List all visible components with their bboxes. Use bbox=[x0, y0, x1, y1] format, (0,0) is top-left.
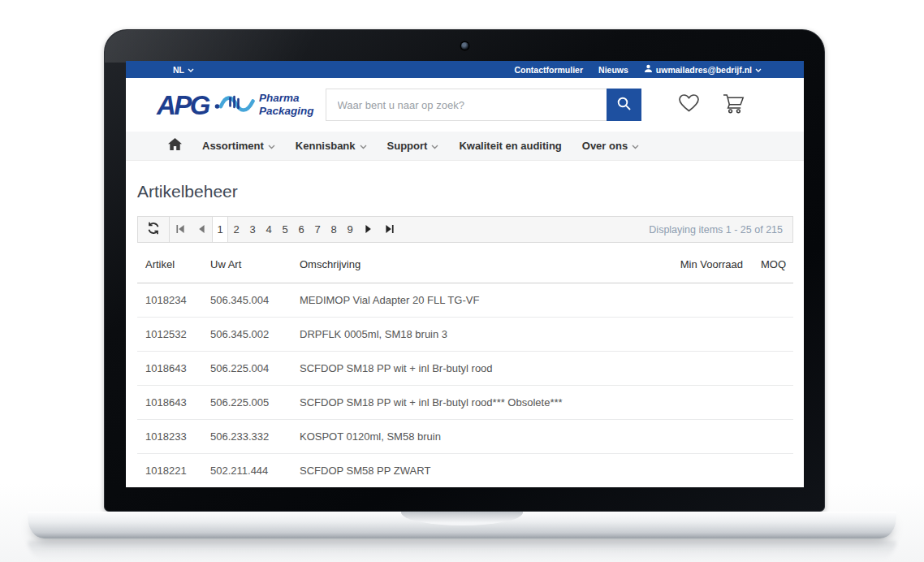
col-header-moq[interactable]: MOQ bbox=[743, 246, 793, 283]
nav-item[interactable]: Assortiment bbox=[202, 140, 275, 152]
cell-moq bbox=[743, 453, 793, 487]
cell-min-voorraad bbox=[646, 283, 743, 317]
pagination-page[interactable]: 2 bbox=[228, 217, 244, 242]
cart-button[interactable] bbox=[722, 93, 745, 118]
pagination-status: Displaying items 1 - 25 of 215 bbox=[649, 224, 792, 236]
brand-logo[interactable]: APG Pharma Packaging bbox=[157, 88, 314, 122]
site-header: APG Pharma Packaging bbox=[126, 78, 804, 132]
table-row[interactable]: 1018643 506.225.005 SCFDOP SM18 PP wit +… bbox=[137, 385, 793, 419]
logo-wordmark: APG bbox=[157, 92, 209, 119]
cell-artikel: 1018233 bbox=[137, 419, 210, 453]
page-title: Artikelbeheer bbox=[137, 182, 793, 201]
cell-uw-art: 502.211.444 bbox=[210, 453, 300, 487]
nav-item-label: Support bbox=[387, 140, 428, 152]
account-email: uwmailadres@bedrijf.nl bbox=[656, 65, 752, 75]
cell-omschrijving: MEDIMOP Vial Adapter 20 FLL TG-VF bbox=[300, 283, 646, 317]
refresh-button[interactable] bbox=[138, 217, 169, 242]
nav-item[interactable]: Over ons bbox=[582, 140, 639, 152]
prev-page-button[interactable] bbox=[191, 217, 212, 242]
utility-topbar: NL Contactformulier Nieuws uwmailadres@b… bbox=[126, 61, 804, 78]
cell-min-voorraad bbox=[646, 453, 743, 487]
pagination-page[interactable]: 3 bbox=[244, 217, 261, 242]
nav-home-button[interactable] bbox=[168, 138, 182, 153]
search-input[interactable] bbox=[326, 89, 607, 121]
cell-artikel: 1012532 bbox=[137, 317, 210, 351]
cell-min-voorraad bbox=[646, 419, 743, 453]
cell-uw-art: 506.225.004 bbox=[210, 351, 300, 385]
cell-uw-art: 506.345.004 bbox=[210, 283, 300, 317]
col-header-omschrijving[interactable]: Omschrijving bbox=[300, 246, 646, 283]
browser-viewport: NL Contactformulier Nieuws uwmailadres@b… bbox=[126, 61, 804, 487]
cell-omschrijving: SCFDOP SM18 PP wit + inl Br-butyl rood**… bbox=[300, 385, 646, 419]
nav-item[interactable]: Kwaliteit en auditing bbox=[459, 140, 561, 152]
chevron-down-icon bbox=[632, 145, 639, 149]
pagination-page[interactable]: 8 bbox=[326, 217, 342, 242]
last-page-icon bbox=[386, 223, 394, 236]
laptop-base-notch bbox=[401, 512, 523, 525]
cell-min-voorraad bbox=[646, 351, 743, 385]
cell-artikel: 1018234 bbox=[137, 283, 210, 317]
cell-omschrijving: DRPFLK 0005ml, SM18 bruin 3 bbox=[300, 317, 646, 351]
page-content: Artikelbeheer bbox=[126, 182, 804, 487]
account-menu[interactable]: uwmailadres@bedrijf.nl bbox=[644, 64, 762, 75]
search-button[interactable] bbox=[607, 89, 641, 121]
language-selector[interactable]: NL bbox=[173, 65, 194, 75]
cell-moq bbox=[743, 385, 793, 419]
news-link[interactable]: Nieuws bbox=[598, 65, 628, 75]
prev-page-icon bbox=[198, 223, 205, 236]
col-header-min-voorraad[interactable]: Min Voorraad bbox=[646, 246, 743, 283]
cell-min-voorraad bbox=[646, 317, 743, 351]
cart-icon bbox=[722, 93, 745, 118]
pagination-page[interactable]: 9 bbox=[342, 217, 358, 242]
nav-item[interactable]: Kennisbank bbox=[296, 140, 367, 152]
user-icon bbox=[644, 64, 653, 75]
logo-tagline-line1: Pharma bbox=[259, 92, 300, 104]
pagination-page[interactable]: 5 bbox=[277, 217, 293, 242]
cell-artikel: 1018643 bbox=[137, 385, 210, 419]
pagination-page[interactable]: 7 bbox=[309, 217, 326, 242]
wishlist-button[interactable] bbox=[678, 93, 700, 116]
laptop-reflection bbox=[28, 541, 896, 560]
last-page-button[interactable] bbox=[379, 217, 400, 242]
nav-item-label: Assortiment bbox=[202, 140, 264, 152]
pagination-toolbar: 123456789 Displaying items 1 - 25 of 215 bbox=[137, 216, 793, 243]
cell-uw-art: 506.225.005 bbox=[210, 385, 300, 419]
main-nav-items: Assortiment Kennisbank Support Kwaliteit… bbox=[202, 140, 639, 152]
cell-min-voorraad bbox=[646, 385, 743, 419]
chevron-down-icon bbox=[360, 145, 367, 149]
logo-tagline-line2: Packaging bbox=[259, 105, 314, 117]
chevron-down-icon bbox=[268, 145, 275, 149]
table-row[interactable]: 1012532 506.345.002 DRPFLK 0005ml, SM18 … bbox=[137, 317, 793, 351]
contact-form-link[interactable]: Contactformulier bbox=[514, 65, 583, 75]
first-page-button[interactable] bbox=[170, 217, 191, 242]
cell-moq bbox=[743, 419, 793, 453]
cell-artikel: 1018221 bbox=[137, 453, 210, 487]
table-row[interactable]: 1018643 506.225.004 SCFDOP SM18 PP wit +… bbox=[137, 351, 793, 385]
table-row[interactable]: 1018221 502.211.444 SCFDOP SM58 PP ZWART bbox=[137, 453, 793, 487]
col-header-artikel[interactable]: Artikel bbox=[137, 246, 210, 283]
search-icon bbox=[616, 96, 632, 114]
site-search bbox=[326, 89, 641, 121]
cell-omschrijving: SCFDOP SM18 PP wit + inl Br-butyl rood bbox=[300, 351, 646, 385]
chevron-down-icon bbox=[188, 68, 194, 72]
next-page-button[interactable] bbox=[358, 217, 379, 242]
pagination-page[interactable]: 4 bbox=[261, 217, 277, 242]
table-row[interactable]: 1018233 506.233.332 KOSPOT 0120ml, SM58 … bbox=[137, 419, 793, 453]
table-row[interactable]: 1018234 506.345.004 MEDIMOP Vial Adapter… bbox=[137, 283, 793, 317]
cell-artikel: 1018643 bbox=[137, 351, 210, 385]
chevron-down-icon bbox=[431, 145, 438, 149]
cell-moq bbox=[743, 283, 793, 317]
dna-logo-icon bbox=[214, 89, 256, 122]
first-page-icon bbox=[176, 223, 184, 236]
cell-uw-art: 506.345.002 bbox=[210, 317, 300, 351]
col-header-uw-art[interactable]: Uw Art bbox=[210, 246, 300, 283]
cell-omschrijving: KOSPOT 0120ml, SM58 bruin bbox=[300, 419, 646, 453]
nav-item[interactable]: Support bbox=[387, 140, 439, 152]
pagination-pages: 123456789 bbox=[212, 217, 358, 242]
pagination-page[interactable]: 1 bbox=[212, 217, 228, 242]
pagination-page[interactable]: 6 bbox=[293, 217, 309, 242]
home-icon bbox=[168, 138, 182, 153]
nav-item-label: Over ons bbox=[582, 140, 628, 152]
cell-uw-art: 506.233.332 bbox=[210, 419, 300, 453]
table-body: 1018234 506.345.004 MEDIMOP Vial Adapter… bbox=[137, 283, 793, 487]
